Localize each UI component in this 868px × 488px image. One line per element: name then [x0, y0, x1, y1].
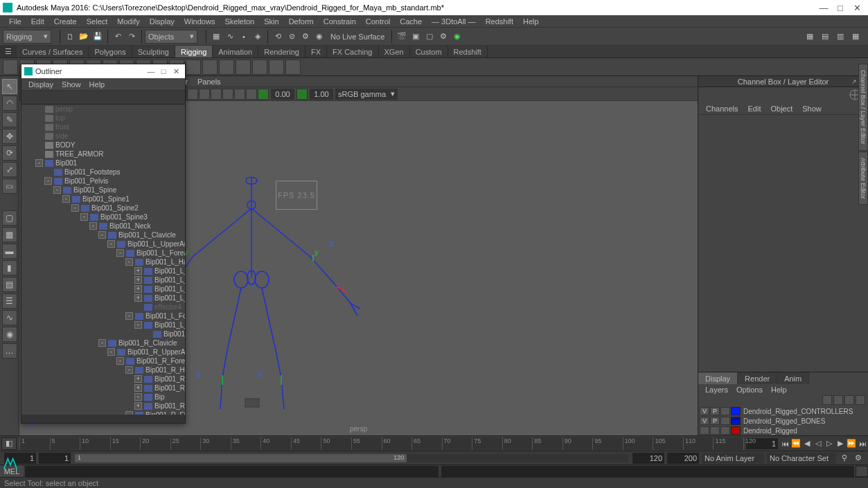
workspace-icon[interactable]: ▦	[803, 30, 817, 44]
snap-plane-icon[interactable]: ◈	[251, 30, 265, 44]
side-tab-attribute-editor[interactable]: Attribute Editor	[858, 152, 868, 206]
close-button[interactable]: ✕	[849, 2, 865, 13]
tree-toggle-icon[interactable]: -	[116, 249, 124, 257]
layout-hypershade-icon[interactable]: ◉	[2, 327, 17, 342]
shelf-icon-11[interactable]	[186, 60, 201, 75]
save-scene-icon[interactable]: 💾	[91, 30, 105, 44]
aa-icon[interactable]	[222, 89, 233, 100]
layer-tab-display[interactable]: Display	[698, 372, 738, 384]
tree-toggle-icon[interactable]: -	[107, 348, 115, 356]
layout-1-icon[interactable]: ▤	[818, 30, 832, 44]
layout-three-icon[interactable]: ▤	[2, 277, 17, 292]
layout-3-icon[interactable]: ▦	[849, 30, 862, 44]
layer-display-type[interactable]	[720, 407, 730, 415]
layout-four-icon[interactable]: ▦	[2, 227, 17, 242]
outliner-node[interactable]: +Bip001_L_Fi	[21, 275, 185, 284]
menu-file[interactable]: File	[4, 17, 26, 26]
menu-modify[interactable]: Modify	[112, 17, 144, 26]
step-forward-icon[interactable]: ▶	[835, 438, 846, 449]
cb-menu-channels[interactable]: Channels	[701, 105, 743, 113]
shelf-tab-polygons[interactable]: Polygons	[89, 46, 132, 57]
play-forward-icon[interactable]: ▷	[824, 438, 835, 449]
shelf-icon-14[interactable]	[236, 60, 251, 75]
outliner-minimize-button[interactable]: —	[145, 67, 157, 75]
shelf-tab-rigging[interactable]: Rigging	[175, 46, 213, 57]
layout-2-icon[interactable]: ▥	[833, 30, 847, 44]
outliner-node[interactable]: +Bip001_L_Fi	[21, 284, 185, 293]
tree-toggle-icon[interactable]: -	[134, 393, 142, 401]
shelf-menu-icon[interactable]: ☰	[0, 46, 17, 57]
outliner-node[interactable]: +Bip001_R_Fi	[21, 383, 185, 392]
outliner-node[interactable]: top	[21, 114, 185, 123]
menu-select[interactable]: Select	[82, 17, 113, 26]
tree-toggle-icon[interactable]: +	[134, 267, 142, 275]
module-selector[interactable]: Rigging ▾	[3, 30, 51, 44]
tree-toggle-icon[interactable]: +	[134, 285, 142, 293]
hud-icon[interactable]	[234, 89, 245, 100]
outliner-node[interactable]: +Bip001_L_Fi	[21, 266, 185, 275]
script-editor-icon[interactable]	[856, 466, 868, 477]
layer-menu-help[interactable]: Help	[767, 386, 791, 394]
color-transform-dropdown[interactable]: sRGB gamma ▾	[335, 89, 398, 100]
layer-color-swatch[interactable]	[731, 417, 741, 425]
shelf-icon-0[interactable]	[3, 60, 18, 75]
outliner-node[interactable]: +Bip001_R_Fi	[21, 401, 185, 410]
outliner-node[interactable]: effector4	[21, 302, 185, 311]
outliner-node[interactable]: -Bip001_L_Forearm	[21, 248, 185, 257]
menu-display[interactable]: Display	[145, 17, 179, 26]
outliner-menu-show[interactable]: Show	[57, 80, 85, 89]
tree-toggle-icon[interactable]: -	[53, 186, 61, 194]
menu-constrain[interactable]: Constrain	[319, 17, 361, 26]
open-scene-icon[interactable]: 📂	[77, 30, 91, 44]
shelf-icon-12[interactable]	[202, 60, 218, 75]
tree-toggle-icon[interactable]: +	[134, 384, 142, 392]
outliner-node[interactable]: -Bip001	[21, 159, 185, 168]
outliner-node[interactable]: -Bip001_Spine1	[21, 195, 185, 204]
outliner-node[interactable]: -Bip001_L_Clavicle	[21, 231, 185, 240]
layout-single-icon[interactable]: ▢	[2, 210, 17, 226]
menu-help[interactable]: Help	[518, 17, 544, 26]
layer-row[interactable]: V P Dendroid_Rigged_BONES	[698, 416, 868, 426]
tree-toggle-icon[interactable]: -	[44, 177, 52, 185]
outliner-node[interactable]: +Bip001_L_Fi	[21, 293, 185, 302]
outliner-node[interactable]: -Bip001_Spine	[21, 186, 185, 195]
step-back-icon[interactable]: ◀	[801, 438, 813, 449]
snap-grid-icon[interactable]: ▦	[209, 30, 223, 44]
shelf-icon-15[interactable]	[252, 60, 267, 75]
shelf-tab-fx[interactable]: FX	[305, 46, 327, 57]
layer-playback-toggle[interactable]: P	[710, 417, 720, 425]
lasso-tool[interactable]: ◠	[2, 96, 17, 111]
outliner-search-field[interactable]	[21, 91, 185, 105]
shelf-icon-13[interactable]	[219, 60, 234, 75]
character-set-dropdown[interactable]: No Character Set	[767, 453, 836, 464]
tree-toggle-icon[interactable]: -	[107, 240, 115, 248]
layout-custom-icon[interactable]: …	[2, 343, 17, 359]
tree-toggle-icon[interactable]: -	[71, 204, 79, 212]
layer-row[interactable]: V P Dendroid_Rigged_CONTROLLERS	[698, 406, 868, 416]
render-icon[interactable]: 🎬	[395, 30, 409, 44]
tree-toggle-icon[interactable]: -	[80, 213, 88, 221]
outliner-close-button[interactable]: ✕	[170, 67, 182, 76]
layer-color-swatch[interactable]	[731, 426, 741, 435]
outliner-node[interactable]: Bip001_Footsteps	[21, 168, 185, 177]
outliner-node[interactable]: +Bip001_R_Fi	[21, 374, 185, 383]
tree-toggle-icon[interactable]: -	[62, 195, 70, 203]
paint-select-tool[interactable]: ✎	[2, 112, 17, 127]
layer-tab-anim[interactable]: Anim	[777, 372, 809, 384]
snap-curve-icon[interactable]: ∿	[223, 30, 237, 44]
menu-redshift[interactable]: Redshift	[481, 17, 518, 26]
autokey-icon[interactable]: ⚲	[838, 451, 851, 465]
anim-layer-dropdown[interactable]: No Anim Layer	[702, 453, 764, 464]
layer-tab-render[interactable]: Render	[738, 372, 777, 384]
outliner-node[interactable]: front	[21, 123, 185, 132]
layer-visibility-toggle[interactable]: V	[700, 407, 709, 415]
snap-point-icon[interactable]: •	[237, 30, 251, 44]
outliner-node[interactable]: BODY	[21, 141, 185, 150]
selection-mask-dropdown[interactable]: Objects ▾	[145, 30, 197, 44]
step-forward-key-icon[interactable]: ⏩	[846, 438, 857, 449]
outliner-node[interactable]: -Bip001_Spine3	[21, 213, 185, 222]
motion-blur-icon[interactable]	[211, 89, 222, 100]
outliner-tree[interactable]: persptopfrontsideBODYTREE_ARMOR-Bip001Bi…	[21, 105, 185, 415]
menu-deform[interactable]: Deform	[284, 17, 319, 26]
outliner-node[interactable]: -Bip001_L_Hand	[21, 257, 185, 266]
